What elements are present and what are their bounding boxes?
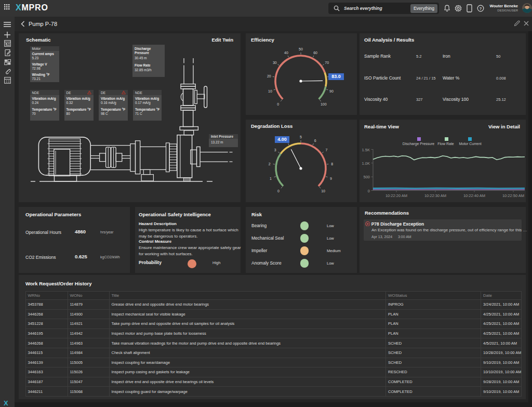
svg-text:40: 40 [284,51,288,55]
svg-text:8: 8 [331,162,333,166]
svg-text:10:22:30 AM: 10:22:30 AM [424,193,446,198]
svg-text:10: 10 [321,189,325,193]
svg-text:50: 50 [299,47,303,51]
svg-text:100: 100 [321,102,327,106]
svg-text:90: 90 [329,89,334,93]
svg-text:3: 3 [274,148,276,152]
svg-text:30: 30 [273,61,277,64]
svg-text:0: 0 [277,102,279,106]
svg-text:10:22:20 AM: 10:22:20 AM [385,193,407,198]
svg-text:0: 0 [277,189,280,193]
svg-text:10: 10 [268,89,272,93]
svg-text:500: 500 [363,175,370,179]
svg-text:1.5K: 1.5K [362,148,370,152]
svg-text:7: 7 [325,148,327,152]
svg-text:1.0K: 1.0K [362,161,370,166]
svg-text:6: 6 [314,139,316,142]
svg-text:10:22:40 AM: 10:22:40 AM [463,193,485,198]
svg-text:5: 5 [300,135,302,139]
svg-text:9: 9 [330,177,332,180]
svg-text:10:22:50 AM: 10:22:50 AM [502,193,524,198]
svg-text:60: 60 [313,51,317,55]
svg-text:70: 70 [325,61,329,64]
svg-text:2: 2 [269,162,271,166]
svg-text:0: 0 [368,189,370,193]
svg-text:1: 1 [270,177,272,180]
svg-text:?: ? [480,6,482,11]
svg-text:20: 20 [267,74,271,78]
